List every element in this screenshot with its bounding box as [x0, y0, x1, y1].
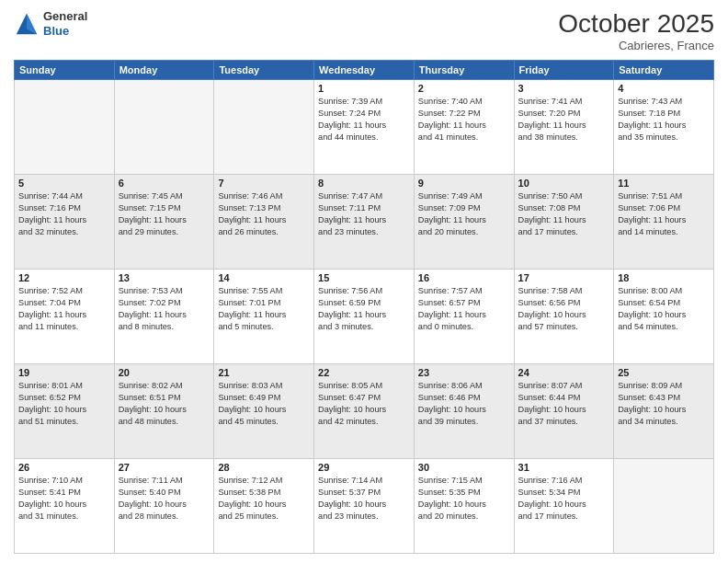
calendar-cell: [114, 80, 214, 175]
subtitle: Cabrieres, France: [558, 39, 714, 52]
calendar-cell: 5Sunrise: 7:44 AMSunset: 7:16 PMDaylight…: [15, 175, 115, 270]
day-info: Sunrise: 8:05 AMSunset: 6:47 PMDaylight:…: [318, 380, 410, 428]
calendar-cell: 6Sunrise: 7:45 AMSunset: 7:15 PMDaylight…: [114, 175, 214, 270]
calendar-cell: 24Sunrise: 8:07 AMSunset: 6:44 PMDayligh…: [514, 364, 614, 459]
day-info: Sunrise: 7:40 AMSunset: 7:22 PMDaylight:…: [418, 96, 510, 144]
day-info: Sunrise: 7:52 AMSunset: 7:04 PMDaylight:…: [18, 285, 110, 333]
day-number: 7: [218, 178, 310, 189]
day-info: Sunrise: 7:49 AMSunset: 7:09 PMDaylight:…: [418, 190, 510, 238]
calendar-cell: 2Sunrise: 7:40 AMSunset: 7:22 PMDaylight…: [414, 80, 514, 175]
day-number: 24: [518, 367, 610, 378]
day-number: 12: [18, 272, 110, 283]
day-number: 30: [418, 462, 510, 473]
day-number: 5: [18, 178, 110, 189]
day-info: Sunrise: 7:51 AMSunset: 7:06 PMDaylight:…: [618, 190, 710, 238]
day-number: 9: [418, 178, 510, 189]
calendar-cell: 22Sunrise: 8:05 AMSunset: 6:47 PMDayligh…: [314, 364, 415, 459]
day-info: Sunrise: 7:46 AMSunset: 7:13 PMDaylight:…: [218, 190, 310, 238]
logo-blue: Blue: [43, 24, 87, 39]
day-info: Sunrise: 7:15 AMSunset: 5:35 PMDaylight:…: [418, 475, 510, 523]
day-info: Sunrise: 7:16 AMSunset: 5:34 PMDaylight:…: [518, 475, 610, 523]
day-info: Sunrise: 8:09 AMSunset: 6:43 PMDaylight:…: [618, 380, 710, 428]
calendar-cell: [214, 80, 314, 175]
calendar-row: 12Sunrise: 7:52 AMSunset: 7:04 PMDayligh…: [15, 270, 714, 364]
calendar-cell: 4Sunrise: 7:43 AMSunset: 7:18 PMDaylight…: [614, 80, 714, 175]
calendar-cell: 3Sunrise: 7:41 AMSunset: 7:20 PMDaylight…: [514, 80, 614, 175]
day-number: 13: [119, 272, 210, 283]
calendar-cell: 9Sunrise: 7:49 AMSunset: 7:09 PMDaylight…: [414, 175, 514, 270]
day-number: 26: [18, 462, 110, 473]
calendar-cell: 21Sunrise: 8:03 AMSunset: 6:49 PMDayligh…: [214, 364, 314, 459]
header: General Blue October 2025 Cabrieres, Fra…: [14, 9, 714, 52]
calendar-cell: 30Sunrise: 7:15 AMSunset: 5:35 PMDayligh…: [414, 459, 514, 554]
calendar-table: Sunday Monday Tuesday Wednesday Thursday…: [14, 60, 714, 554]
col-monday: Monday: [114, 61, 214, 80]
day-number: 29: [318, 462, 410, 473]
calendar-cell: 15Sunrise: 7:56 AMSunset: 6:59 PMDayligh…: [314, 270, 415, 364]
day-info: Sunrise: 7:44 AMSunset: 7:16 PMDaylight:…: [18, 190, 110, 238]
day-number: 6: [119, 178, 210, 189]
day-number: 23: [418, 367, 510, 378]
logo: General Blue: [14, 9, 87, 38]
header-row: Sunday Monday Tuesday Wednesday Thursday…: [15, 61, 714, 80]
day-number: 4: [618, 83, 710, 94]
calendar-cell: 1Sunrise: 7:39 AMSunset: 7:24 PMDaylight…: [314, 80, 415, 175]
col-wednesday: Wednesday: [314, 61, 415, 80]
day-info: Sunrise: 7:14 AMSunset: 5:37 PMDaylight:…: [318, 475, 410, 523]
calendar-cell: 8Sunrise: 7:47 AMSunset: 7:11 PMDaylight…: [314, 175, 415, 270]
day-number: 18: [618, 272, 710, 283]
logo-general: General: [43, 9, 87, 24]
month-title: October 2025: [558, 9, 714, 39]
day-info: Sunrise: 7:45 AMSunset: 7:15 PMDaylight:…: [119, 190, 210, 238]
day-info: Sunrise: 7:58 AMSunset: 6:56 PMDaylight:…: [518, 285, 610, 333]
day-info: Sunrise: 7:43 AMSunset: 7:18 PMDaylight:…: [618, 96, 710, 144]
day-number: 11: [618, 178, 710, 189]
calendar-cell: 7Sunrise: 7:46 AMSunset: 7:13 PMDaylight…: [214, 175, 314, 270]
logo-text: General Blue: [43, 9, 87, 38]
day-info: Sunrise: 8:07 AMSunset: 6:44 PMDaylight:…: [518, 380, 610, 428]
col-friday: Friday: [514, 61, 614, 80]
calendar-cell: 14Sunrise: 7:55 AMSunset: 7:01 PMDayligh…: [214, 270, 314, 364]
col-saturday: Saturday: [614, 61, 714, 80]
calendar-cell: 29Sunrise: 7:14 AMSunset: 5:37 PMDayligh…: [314, 459, 415, 554]
day-number: 21: [218, 367, 310, 378]
page: General Blue October 2025 Cabrieres, Fra…: [0, 0, 728, 563]
col-thursday: Thursday: [414, 61, 514, 80]
day-number: 10: [518, 178, 610, 189]
calendar-cell: 11Sunrise: 7:51 AMSunset: 7:06 PMDayligh…: [614, 175, 714, 270]
day-number: 3: [518, 83, 610, 94]
calendar-cell: 19Sunrise: 8:01 AMSunset: 6:52 PMDayligh…: [15, 364, 115, 459]
calendar-cell: 13Sunrise: 7:53 AMSunset: 7:02 PMDayligh…: [114, 270, 214, 364]
day-number: 19: [18, 367, 110, 378]
day-info: Sunrise: 7:10 AMSunset: 5:41 PMDaylight:…: [18, 475, 110, 523]
day-info: Sunrise: 8:02 AMSunset: 6:51 PMDaylight:…: [119, 380, 210, 428]
logo-icon: [14, 11, 40, 37]
day-number: 2: [418, 83, 510, 94]
day-info: Sunrise: 8:06 AMSunset: 6:46 PMDaylight:…: [418, 380, 510, 428]
col-tuesday: Tuesday: [214, 61, 314, 80]
calendar-row: 19Sunrise: 8:01 AMSunset: 6:52 PMDayligh…: [15, 364, 714, 459]
title-block: October 2025 Cabrieres, France: [558, 9, 714, 52]
calendar-cell: [15, 80, 115, 175]
calendar-cell: 25Sunrise: 8:09 AMSunset: 6:43 PMDayligh…: [614, 364, 714, 459]
calendar-cell: 20Sunrise: 8:02 AMSunset: 6:51 PMDayligh…: [114, 364, 214, 459]
day-number: 14: [218, 272, 310, 283]
day-number: 25: [618, 367, 710, 378]
calendar-cell: 10Sunrise: 7:50 AMSunset: 7:08 PMDayligh…: [514, 175, 614, 270]
day-number: 8: [318, 178, 410, 189]
calendar-cell: 23Sunrise: 8:06 AMSunset: 6:46 PMDayligh…: [414, 364, 514, 459]
calendar-cell: 28Sunrise: 7:12 AMSunset: 5:38 PMDayligh…: [214, 459, 314, 554]
day-number: 27: [119, 462, 210, 473]
day-number: 20: [119, 367, 210, 378]
day-number: 15: [318, 272, 410, 283]
day-number: 28: [218, 462, 310, 473]
day-info: Sunrise: 7:53 AMSunset: 7:02 PMDaylight:…: [119, 285, 210, 333]
calendar-row: 26Sunrise: 7:10 AMSunset: 5:41 PMDayligh…: [15, 459, 714, 554]
day-info: Sunrise: 7:39 AMSunset: 7:24 PMDaylight:…: [318, 96, 410, 144]
day-number: 31: [518, 462, 610, 473]
day-number: 17: [518, 272, 610, 283]
calendar-cell: 16Sunrise: 7:57 AMSunset: 6:57 PMDayligh…: [414, 270, 514, 364]
day-info: Sunrise: 7:56 AMSunset: 6:59 PMDaylight:…: [318, 285, 410, 333]
day-info: Sunrise: 7:41 AMSunset: 7:20 PMDaylight:…: [518, 96, 610, 144]
calendar-cell: 27Sunrise: 7:11 AMSunset: 5:40 PMDayligh…: [114, 459, 214, 554]
